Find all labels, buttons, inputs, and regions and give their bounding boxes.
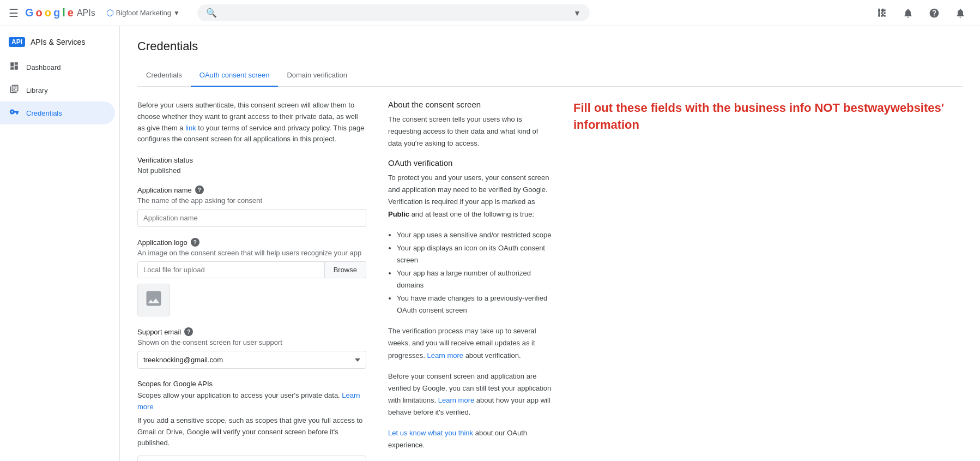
main-content: Credentials Credentials OAuth consent sc…	[120, 26, 980, 461]
scopes-learn-more-link[interactable]: Learn more	[137, 391, 360, 411]
oauth-verification-title: OAuth verification	[388, 158, 552, 167]
let-us-know-link[interactable]: Let us know what you think	[388, 429, 473, 437]
app-name-field: Application name ? The name of the app a…	[137, 185, 366, 227]
info-panel: About the consent screen The consent scr…	[388, 100, 552, 461]
google-g-blue2: g	[53, 7, 60, 19]
learn-more-link-1[interactable]: Learn more	[427, 351, 463, 360]
notifications-icon-button[interactable]	[897, 2, 919, 24]
search-input[interactable]	[221, 9, 569, 17]
support-email-label: Support email ?	[137, 327, 366, 336]
sidebar-item-label-library: Library	[26, 86, 48, 94]
logo-placeholder-icon	[144, 289, 164, 312]
dashboard-icon	[9, 61, 20, 73]
app-name-input[interactable]	[137, 209, 366, 227]
apps-icon-button[interactable]	[871, 2, 893, 24]
project-selector[interactable]: ⬡ Bigfoot Marketing ▼	[102, 5, 184, 20]
svg-rect-4	[881, 12, 882, 14]
svg-rect-5	[884, 12, 885, 14]
oauth-bullets: Your app uses a sensitive and/or restric…	[388, 229, 552, 317]
scopes-section: Scopes for Google APIs Scopes allow your…	[137, 380, 366, 461]
annotation-panel: Fill out these fields with the business …	[573, 100, 963, 461]
app-logo-hint: An image on the consent screen that will…	[137, 249, 366, 257]
google-apis-logo: Google APIs	[25, 7, 95, 19]
browse-button[interactable]: Browse	[325, 261, 366, 278]
scopes-label: Scopes for Google APIs	[137, 380, 366, 388]
consent-screen-section: About the consent screen The consent scr…	[388, 100, 552, 149]
page-title: Credentials	[137, 39, 963, 53]
app-logo-field: Application logo ? An image on the conse…	[137, 238, 366, 316]
sidebar-item-label-credentials: Credentials	[26, 109, 62, 117]
tab-credentials[interactable]: Credentials	[137, 64, 191, 87]
form-panel: Before your users authenticate, this con…	[137, 100, 366, 461]
svg-point-9	[152, 294, 155, 297]
support-email-help-icon[interactable]: ?	[184, 327, 193, 336]
support-email-field: Support email ? Shown on the consent scr…	[137, 327, 366, 369]
oauth-text-1: To protect you and your users, your cons…	[388, 172, 552, 220]
google-g-red: o	[36, 7, 43, 19]
app-name-hint: The name of the app asking for consent	[137, 196, 366, 205]
svg-rect-0	[878, 9, 880, 11]
topbar-search: 🔍 ▼	[197, 4, 590, 21]
project-icon: ⬡	[106, 8, 114, 18]
link-terms[interactable]: link	[185, 124, 196, 132]
annotation-text: Fill out these fields with the business …	[573, 100, 963, 134]
project-name: Bigfoot Marketing	[116, 9, 171, 17]
verification-status-label: Verification status	[137, 156, 366, 164]
hamburger-icon[interactable]: ☰	[9, 7, 19, 20]
app-name-help-icon[interactable]: ?	[195, 185, 204, 194]
oauth-feedback: Let us know what you think about our OAu…	[388, 427, 552, 451]
oauth-text-3: The verification process may take up to …	[388, 325, 552, 361]
learn-more-link-2[interactable]: Learn more	[438, 396, 474, 404]
content-grid: Before your users authenticate, this con…	[137, 100, 963, 461]
search-dropdown-icon[interactable]: ▼	[573, 9, 581, 17]
sidebar-item-dashboard[interactable]: Dashboard	[0, 56, 115, 79]
google-g-green: l	[62, 7, 65, 19]
oauth-text-5: Before your consent screen and applicati…	[388, 370, 552, 418]
google-g-yellow: o	[45, 7, 51, 19]
logo-preview	[137, 284, 170, 316]
svg-rect-8	[884, 15, 885, 16]
tabs: Credentials OAuth consent screen Domain …	[137, 64, 963, 87]
help-icon-button[interactable]	[923, 2, 945, 24]
app-name-label: Application name ?	[137, 185, 366, 194]
scopes-description: Scopes allow your application to access …	[137, 390, 366, 413]
app-logo-help-icon[interactable]: ?	[191, 238, 199, 247]
bullet-1: Your app uses a sensitive and/or restric…	[397, 229, 552, 241]
verification-status-value: Not published	[137, 166, 366, 175]
sidebar-item-label-dashboard: Dashboard	[26, 63, 61, 71]
svg-rect-3	[878, 12, 880, 14]
svg-rect-2	[884, 9, 885, 11]
topbar: ☰ Google APIs ⬡ Bigfoot Marketing ▼ 🔍 ▼	[0, 0, 980, 26]
sidebar-header: API APIs & Services	[0, 31, 119, 53]
library-icon	[9, 84, 20, 96]
support-email-select[interactable]: treeknocking@gmail.com	[137, 351, 366, 369]
sidebar-title: APIs & Services	[31, 38, 85, 46]
tab-oauth[interactable]: OAuth consent screen	[191, 64, 279, 87]
google-g-blue: G	[25, 7, 34, 19]
sidebar-item-library[interactable]: Library	[0, 79, 115, 101]
project-dropdown-icon: ▼	[173, 9, 180, 17]
oauth-verification-section: OAuth verification To protect you and yo…	[388, 158, 552, 451]
app-logo-label: Application logo ?	[137, 238, 366, 247]
scopes-sensitive-text: If you add a sensitive scope, such as sc…	[137, 415, 366, 449]
sidebar: API APIs & Services Dashboard Library	[0, 26, 120, 461]
svg-rect-6	[878, 15, 880, 16]
bullet-3: Your app has a large number of authorize…	[397, 267, 552, 291]
svg-rect-7	[881, 15, 882, 16]
google-g-red2: e	[68, 7, 74, 19]
consent-screen-text: The consent screen tells your users who …	[388, 113, 552, 149]
apis-text: APIs	[77, 8, 95, 18]
tab-domain[interactable]: Domain verification	[278, 64, 356, 87]
credentials-icon	[9, 107, 20, 119]
sidebar-item-credentials[interactable]: Credentials	[0, 101, 115, 124]
consent-screen-title: About the consent screen	[388, 100, 552, 109]
bullet-4: You have made changes to a previously-ve…	[397, 292, 552, 316]
form-intro: Before your users authenticate, this con…	[137, 100, 366, 145]
topbar-left: ☰ Google APIs ⬡ Bigfoot Marketing ▼	[9, 5, 184, 20]
verification-status-section: Verification status Not published	[137, 156, 366, 175]
bullet-2: Your app displays an icon on its OAuth c…	[397, 242, 552, 266]
file-upload-input[interactable]	[137, 261, 325, 278]
api-badge: API	[9, 37, 25, 47]
oauth-public-text: Public	[388, 210, 409, 218]
alert-icon-button[interactable]	[949, 2, 971, 24]
